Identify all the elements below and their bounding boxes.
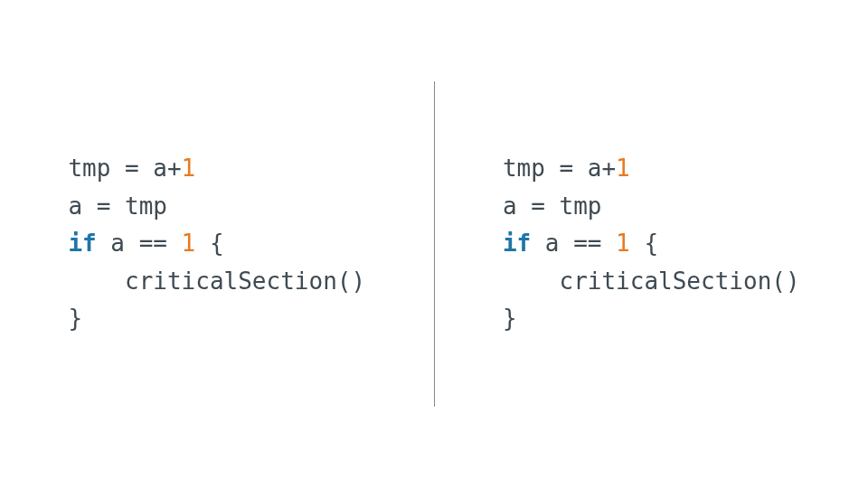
- code-text: a ==: [97, 230, 182, 257]
- left-panel: tmp = a+1 a = tmp if a == 1 { criticalSe…: [0, 150, 434, 338]
- code-line: }: [68, 305, 82, 332]
- keyword: if: [68, 230, 96, 257]
- code-line: criticalSection(): [503, 267, 800, 295]
- slide-container: tmp = a+1 a = tmp if a == 1 { criticalSe…: [0, 0, 868, 488]
- code-line: tmp = a+1: [503, 155, 630, 182]
- code-text: tmp = a+: [503, 155, 616, 182]
- code-line: }: [503, 305, 517, 332]
- code-text: tmp = a+: [68, 155, 181, 182]
- code-line: if a == 1 {: [503, 230, 658, 257]
- code-line: a = tmp: [68, 192, 167, 220]
- code-line: a = tmp: [503, 192, 602, 220]
- number-literal: 1: [182, 155, 196, 182]
- right-panel: tmp = a+1 a = tmp if a == 1 { criticalSe…: [435, 150, 869, 338]
- code-text: {: [630, 230, 658, 257]
- number-literal: 1: [182, 230, 196, 257]
- code-text: {: [195, 230, 223, 257]
- keyword: if: [503, 230, 531, 257]
- code-line: if a == 1 {: [68, 230, 223, 257]
- right-code-block: tmp = a+1 a = tmp if a == 1 { criticalSe…: [503, 150, 800, 338]
- code-line: criticalSection(): [68, 267, 365, 295]
- code-text: a ==: [531, 230, 616, 257]
- number-literal: 1: [616, 155, 630, 182]
- number-literal: 1: [616, 230, 630, 257]
- left-code-block: tmp = a+1 a = tmp if a == 1 { criticalSe…: [68, 150, 365, 338]
- code-line: tmp = a+1: [68, 155, 195, 182]
